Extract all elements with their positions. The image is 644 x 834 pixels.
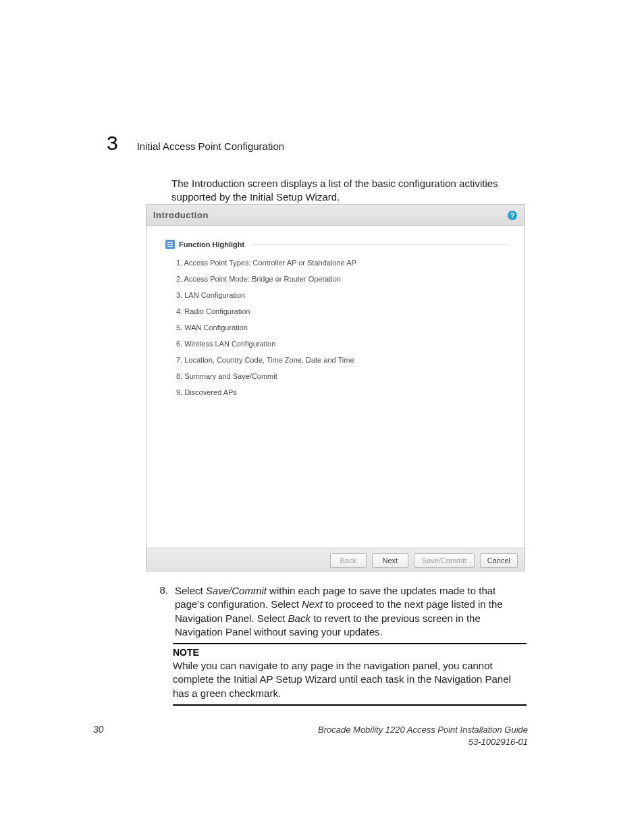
list-item: 1. Access Point Types: Controller AP or … xyxy=(176,259,508,267)
note-heading: NOTE xyxy=(173,647,527,658)
step-8: 8. Select Save/Commit within each page t… xyxy=(156,584,527,639)
list-item: 7. Location, Country Code, Time Zone, Da… xyxy=(176,356,508,364)
fieldset-header: Function Highlight xyxy=(165,240,508,249)
page-footer: 30 Brocade Mobility 1220 Access Point In… xyxy=(93,724,528,748)
svg-rect-3 xyxy=(167,242,173,243)
dialog-body: Function Highlight 1. Access Point Types… xyxy=(146,226,525,548)
help-icon[interactable]: ? xyxy=(507,210,518,221)
list-item: 9. Discovered APs xyxy=(176,388,508,396)
save-commit-term: Save/Commit xyxy=(206,585,267,596)
doc-number: 53-1002916-01 xyxy=(318,736,528,748)
cancel-button[interactable]: Cancel xyxy=(480,553,518,568)
list-item: 4. Radio Configuration xyxy=(176,307,508,315)
svg-text:?: ? xyxy=(510,211,515,219)
chapter-title: Initial Access Point Configuration xyxy=(137,140,284,152)
list-icon xyxy=(165,240,175,249)
note-text: While you can navigate to any page in th… xyxy=(173,659,527,700)
text-span: Select xyxy=(175,585,206,596)
dialog-header: Introduction ? xyxy=(146,205,525,226)
chapter-number: 3 xyxy=(107,132,118,155)
list-item: 2. Access Point Mode: Bridge or Router O… xyxy=(176,275,508,283)
wizard-dialog: Introduction ? Function Highlight 1. Acc… xyxy=(146,204,525,571)
back-button[interactable]: Back xyxy=(330,553,367,568)
list-item: 8. Summary and Save/Commit xyxy=(176,372,508,380)
svg-rect-4 xyxy=(167,244,173,245)
next-term: Next xyxy=(302,598,323,610)
step-number: 8. xyxy=(156,584,168,639)
note-rule-bottom xyxy=(173,704,527,706)
next-button[interactable]: Next xyxy=(372,553,408,568)
back-term: Back xyxy=(288,613,311,624)
list-item: 6. Wireless LAN Configuration xyxy=(176,340,508,348)
svg-rect-5 xyxy=(167,246,173,247)
fieldset-label: Function Highlight xyxy=(179,240,244,249)
doc-title: Brocade Mobility 1220 Access Point Insta… xyxy=(318,724,528,736)
fieldset-divider xyxy=(252,244,508,245)
page-number: 30 xyxy=(93,724,104,735)
chapter-heading: 3 Initial Access Point Configuration xyxy=(107,132,284,155)
step-text: Select Save/Commit within each page to s… xyxy=(175,584,527,639)
dialog-title: Introduction xyxy=(153,210,209,220)
function-list: 1. Access Point Types: Controller AP or … xyxy=(165,259,508,396)
note-rule-top xyxy=(173,643,527,644)
doc-title-block: Brocade Mobility 1220 Access Point Insta… xyxy=(318,724,528,748)
note-block: NOTE While you can navigate to any page … xyxy=(173,643,527,708)
dialog-footer: Back Next Save/Commit Cancel xyxy=(146,548,525,572)
save-commit-button[interactable]: Save/Commit xyxy=(414,553,475,568)
intro-paragraph: The Introduction screen displays a list … xyxy=(171,177,524,205)
page: 3 Initial Access Point Configuration The… xyxy=(0,0,644,834)
list-item: 5. WAN Configuration xyxy=(176,323,508,332)
list-item: 3. LAN Configuration xyxy=(176,291,508,299)
